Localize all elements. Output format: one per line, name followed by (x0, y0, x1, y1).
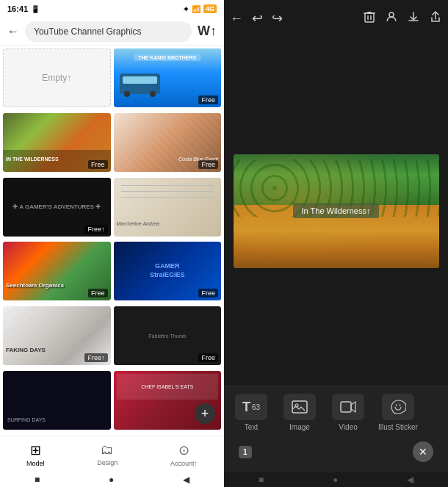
close-button[interactable]: ✕ (413, 441, 433, 462)
search-bar: ← YouTube Channel Graphics W↑ (0, 18, 224, 46)
bottom-nav: ⊞ Model 🗂 Design ⊙ Account↑ (0, 436, 224, 472)
page-number: 1 (243, 448, 248, 456)
video-tool-label: Video (339, 423, 357, 431)
svg-point-10 (399, 405, 400, 406)
template-berries[interactable]: CHEF ISABEL'S EATS + (114, 371, 222, 430)
page-indicator[interactable]: 1 (239, 446, 252, 458)
text-tool-icon-box: T 63 (235, 394, 267, 420)
fruits-text: Seechtown Organics (6, 282, 64, 289)
undo-button[interactable]: ↩ (252, 10, 263, 26)
dark2-text: Fablefire Thumb (148, 333, 186, 339)
video-tool[interactable]: Video (330, 394, 366, 431)
right-back-button[interactable]: ← (230, 11, 243, 26)
template-kanei[interactable]: THE KANEI BROTHERS Free (114, 48, 222, 107)
time-display: 16:41 (7, 4, 28, 13)
template-marble[interactable]: FAKING DAYS Free↑ (3, 306, 111, 365)
nav-design-label: Design (97, 459, 118, 466)
template-dark2[interactable]: Fablefire Thumb Free (114, 306, 222, 365)
w-icon[interactable]: W↑ (198, 24, 217, 39)
template-empty[interactable]: Empty↑ (3, 48, 111, 107)
close-icon: ✕ (419, 446, 427, 458)
svg-point-5 (389, 12, 394, 17)
share-button[interactable] (429, 10, 442, 27)
illust-tool-icon-box (382, 394, 414, 420)
sys-circle-left[interactable]: ● (109, 475, 114, 485)
sys-square-left[interactable]: ■ (35, 475, 40, 485)
nav-design[interactable]: 🗂 Design (97, 442, 118, 466)
fruits-badge: Free (88, 289, 108, 297)
marble-text: FAKING DAYS (6, 347, 46, 353)
text-tool[interactable]: T 63 Text (233, 394, 270, 431)
svg-rect-8 (341, 402, 351, 412)
empty-label: Empty↑ (42, 73, 71, 83)
dark3-label: SURFING DAYS (7, 417, 46, 422)
tools-row: T 63 Text Image (230, 394, 442, 437)
back-button[interactable]: ← (7, 25, 19, 38)
image-tool-icon-box (283, 394, 316, 420)
right-system-nav: ■ ● ◀ (224, 472, 448, 487)
account-icon: ⊙ (178, 442, 189, 458)
nav-model-label: Model (26, 460, 45, 467)
nav-model[interactable]: ⊞ Model (26, 442, 45, 467)
text-tool-label: Text (245, 423, 258, 431)
model-icon: ⊞ (30, 442, 41, 458)
image-tool[interactable]: Image (281, 394, 318, 431)
canvas-title-text: In The Wilderness↑ (302, 206, 371, 215)
bt-icon: ✦ (183, 5, 189, 13)
template-fruits[interactable]: Seechtown Organics Free (3, 242, 111, 300)
nav-account-label: Account↑ (170, 460, 198, 467)
font-size-display: 63 (252, 403, 260, 411)
phone-icon: 📱 (31, 5, 40, 13)
gamer-adv-badge: Free↑ (84, 225, 107, 234)
search-text: YouTube Channel Graphics (34, 26, 142, 37)
canvas-area[interactable]: In The Wilderness↑ (224, 37, 448, 385)
bottom-action-row: 1 ✕ (230, 437, 442, 466)
dark2-badge: Free (198, 353, 218, 362)
notebook-text: Marcheline Andrea (117, 221, 160, 226)
design-icon: 🗂 (101, 442, 114, 458)
battery-icon: 4G (203, 4, 217, 13)
svg-rect-0 (365, 13, 374, 22)
redo-button[interactable]: ↪ (272, 10, 283, 26)
template-gamer-adv[interactable]: ✚ A GAMER'S ADVENTURES ✚ Free↑ (3, 178, 111, 237)
fashion-badge: Free (198, 160, 218, 169)
text-icon: T (242, 400, 250, 415)
image-tool-label: Image (289, 423, 310, 431)
kanei-text: THE KANEI BROTHERS (134, 54, 200, 61)
wifi-icon: 📶 (192, 5, 200, 13)
status-bar: 16:41 📱 ✦ 📶 4G (0, 0, 224, 18)
delete-button[interactable] (363, 10, 376, 27)
illust-tool-label: Illust Sticker (378, 423, 418, 431)
wilderness-badge: Free (88, 160, 108, 169)
left-system-nav: ■ ● ◀ (0, 472, 224, 487)
search-input[interactable]: YouTube Channel Graphics (25, 21, 192, 42)
gamer-strat-badge: Free (198, 289, 218, 297)
status-time: 16:41 📱 (7, 4, 40, 13)
canvas-overlay-text: In The Wilderness↑ (293, 203, 380, 218)
template-dark3[interactable]: SURFING DAYS (3, 371, 111, 430)
wilderness-text: IN THE WILDERNESS (6, 156, 59, 162)
sys-square-right[interactable]: ■ (259, 475, 264, 485)
profile-button[interactable] (385, 10, 398, 27)
marble-badge: Free↑ (84, 353, 107, 362)
template-gamer-strat[interactable]: GAMERStraiEGIES Free (114, 242, 222, 300)
right-panel: ← ↩ ↪ (224, 0, 448, 487)
download-button[interactable] (407, 10, 420, 27)
template-fashion[interactable]: Costa Blue Event Free (114, 113, 222, 172)
illust-icon (390, 399, 406, 415)
template-notebook[interactable]: Marcheline Andrea (114, 178, 222, 237)
tools-panel: T 63 Text Image (224, 385, 448, 472)
sys-back-right[interactable]: ◀ (407, 475, 413, 485)
svg-point-9 (395, 405, 397, 406)
image-icon (292, 400, 308, 414)
video-tool-icon-box (332, 394, 364, 420)
sys-circle-right[interactable]: ● (333, 475, 338, 485)
illust-tool[interactable]: Illust Sticker (378, 394, 418, 431)
canvas-image: In The Wilderness↑ (234, 154, 439, 268)
add-template-button[interactable]: + (195, 403, 215, 424)
nav-account[interactable]: ⊙ Account↑ (170, 442, 198, 467)
video-icon (340, 400, 356, 414)
template-wilderness[interactable]: IN THE WILDERNESS Free (3, 113, 111, 172)
right-toolbar: ← ↩ ↪ (224, 0, 448, 37)
sys-back-left[interactable]: ◀ (183, 475, 189, 485)
